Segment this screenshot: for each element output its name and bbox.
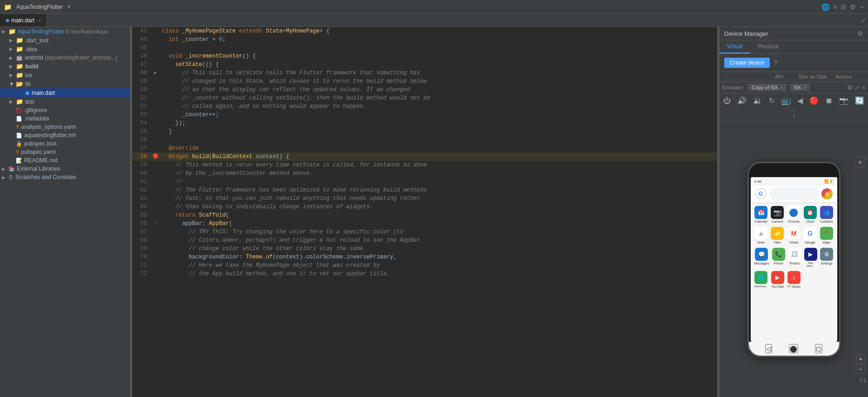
app-gmail[interactable]: M Gmail: [787, 227, 801, 244]
folder-icon-lib: 📂: [16, 80, 23, 87]
phone-nav-recents[interactable]: ◻: [815, 344, 822, 353]
android-icon: 🤖: [16, 54, 23, 61]
sidebar-item-iml[interactable]: 📄 aquatestingflutter.iml: [0, 131, 130, 139]
tv-btn[interactable]: 📺: [780, 95, 793, 106]
app-webview[interactable]: 🌐 WebView...: [754, 271, 768, 288]
md-icon: 📝: [16, 158, 22, 164]
sidebar-item-metadata[interactable]: 📄 .metadata: [0, 114, 130, 123]
app-messages[interactable]: 💬 Messages: [754, 248, 769, 267]
device-manager-settings-icon[interactable]: ⚙: [857, 30, 863, 37]
list-icon[interactable]: ≡: [833, 3, 837, 11]
code-line-58: 58 🔴 Widget build(BuildContext context) …: [132, 152, 717, 161]
app-camera[interactable]: 📷 Camera: [771, 206, 784, 223]
app-phone[interactable]: 📞 Phone: [772, 248, 785, 267]
phone-nav-home[interactable]: ⬤: [789, 344, 798, 353]
code-line-66: 66 └ appBar: AppBar(: [132, 219, 717, 228]
folder-icon-ios: 📁: [16, 72, 23, 79]
app-google[interactable]: G Google: [803, 227, 817, 244]
app-youtube[interactable]: ▶ YouTube: [771, 271, 784, 288]
sidebar-item-ios[interactable]: ▶ 📁 ios: [0, 71, 130, 79]
app-contacts[interactable]: 👥 Contacts: [820, 206, 833, 223]
sidebar-item-idea[interactable]: ▶ 📁 .idea: [0, 45, 130, 53]
sidebar-item-lib[interactable]: ▼ 📂 lib: [0, 79, 130, 88]
code-line-44: 44 int _counter = 0;: [132, 35, 717, 44]
help-button[interactable]: ?: [774, 59, 777, 66]
app-play-movies[interactable]: ▶ Play Movi...: [804, 248, 817, 267]
screenshot-btn[interactable]: 📷: [837, 95, 850, 106]
add-device-btn[interactable]: +: [855, 157, 865, 167]
app-maps[interactable]: 📍 Maps: [820, 227, 833, 244]
code-line-56: 56: [132, 136, 717, 144]
phone-screen[interactable]: 4:46 📶🔋 G ⊞ 📅 Calendar: [751, 177, 837, 342]
emulator-tab-copy-close-icon[interactable]: ×: [780, 85, 783, 90]
sidebar-item-gitignore[interactable]: 🚫 .gitignore: [0, 106, 130, 114]
code-line-43: 43 class _MyHomePageState extends State<…: [132, 27, 717, 35]
code-line-72: 72 // the App.build method, and use it t…: [132, 270, 717, 278]
code-line-68: 68 // Colors.amber, perhaps?) and trigge…: [132, 236, 717, 245]
power-btn[interactable]: ⏻: [721, 96, 733, 106]
sidebar-item-main-dart[interactable]: ◆ main.dart: [0, 88, 130, 97]
zoom-in-btn[interactable]: +: [856, 354, 865, 364]
back-phone-btn[interactable]: ◀: [795, 95, 805, 106]
record-btn[interactable]: 🔴: [807, 95, 821, 106]
tab-close-icon[interactable]: ×: [38, 18, 41, 23]
create-device-button[interactable]: Create device: [724, 58, 770, 68]
emulator-tab-nx-close-icon[interactable]: ×: [803, 85, 806, 90]
sidebar-item-pubspec-lock[interactable]: 🔒 pubspec.lock: [0, 139, 130, 148]
sidebar-item-test[interactable]: ▶ 📁 test: [0, 97, 130, 106]
code-editor[interactable]: 43 class _MyHomePageState extends State<…: [132, 27, 717, 397]
ext-libs-icon: 📚: [8, 166, 15, 172]
emulator-close-btn[interactable]: ×: [861, 84, 865, 91]
dm-tab-virtual[interactable]: Virtual: [720, 40, 750, 53]
sidebar-item-android[interactable]: ▶ 🤖 android [aquatestingflutter_android.…: [0, 53, 130, 62]
tab-bar: ◆ main.dart × ✓: [0, 14, 868, 27]
app-clock[interactable]: ⏰ Clock: [803, 206, 817, 223]
col-header-api: API: [775, 74, 798, 79]
dm-tab-physical[interactable]: Physical: [750, 40, 786, 53]
phone-nav-back[interactable]: ◁: [765, 344, 772, 353]
project-dropdown-arrow[interactable]: ▼: [67, 4, 71, 9]
app-calendar[interactable]: 📅 Calendar: [754, 206, 768, 223]
phone-nav-bar: ◁ ⬤ ◻: [749, 342, 839, 356]
globe-icon[interactable]: 🌐: [821, 3, 829, 11]
iml-label: aquatestingflutter.iml: [24, 132, 75, 139]
zoom-out-btn[interactable]: −: [856, 364, 865, 374]
emulator-resize-btn[interactable]: ⤢: [855, 84, 860, 91]
emulator-tab-nx[interactable]: NX ×: [790, 84, 810, 91]
more-btn[interactable]: ⋮: [788, 109, 800, 119]
code-line-64: 64 // than having to individually change…: [132, 203, 717, 211]
app-grid-row3: 💬 Messages 📞 Phone 🖼 Photos ▶: [751, 248, 837, 271]
sidebar-item-dart-tool[interactable]: ▶ 📁 .dart_tool: [0, 36, 130, 45]
filter-icon[interactable]: ⊟: [841, 3, 846, 11]
phone-controls-toolbar: ⏻ 🔊 🔉 ↻ 📺 ◀ 🔴 ⏹ 📷 🔄 ⋮: [720, 93, 868, 122]
app-photos[interactable]: 🖼 Photos: [788, 248, 801, 267]
sidebar-project-header[interactable]: ▶ 📁 AquaTestingFlutter E:/dev/flutter/Aq…: [0, 27, 130, 36]
app-chrome[interactable]: 🔵 Chrome: [787, 206, 801, 223]
vol-down-btn[interactable]: 🔉: [751, 95, 764, 106]
sidebar-item-analysis[interactable]: Y analysis_options.yaml: [0, 123, 130, 131]
emulator-tab-copy-of-nx[interactable]: Copy of NX ×: [748, 84, 787, 91]
rotate-btn[interactable]: ↻: [767, 95, 777, 106]
vol-up-btn[interactable]: 🔊: [735, 95, 748, 106]
sidebar-item-scratches[interactable]: ▶ 🗒 Scratches and Consoles: [0, 173, 130, 181]
sidebar-item-pubspec-yaml[interactable]: Y pubspec.yaml: [0, 148, 130, 156]
sidebar-item-external-libs[interactable]: ▶ 📚 External Libraries: [0, 165, 130, 173]
app-files[interactable]: 📁 Files: [771, 227, 784, 244]
refresh-btn[interactable]: 🔄: [853, 95, 866, 106]
minimize-icon[interactable]: ─: [860, 3, 864, 11]
app-drive[interactable]: ▲ Drive: [754, 227, 768, 244]
app-yt-music[interactable]: ♪ YT Music: [787, 271, 801, 288]
emulator-settings-btn[interactable]: ⚙: [847, 84, 853, 91]
code-line-60: 60 // by the _incrementCounter method ab…: [132, 169, 717, 178]
sidebar-item-build[interactable]: ▶ 📁 build: [0, 62, 130, 71]
readme-label: README.md: [24, 157, 57, 164]
sidebar-item-readme[interactable]: 📝 README.md: [0, 156, 130, 165]
phone-status-bar: 4:46 📶🔋: [751, 177, 837, 185]
settings-icon[interactable]: ⚙: [850, 3, 856, 11]
lib-label: lib: [25, 81, 31, 87]
stop-btn[interactable]: ⏹: [823, 96, 834, 106]
tab-main-dart[interactable]: ◆ main.dart ×: [0, 14, 47, 26]
app-settings[interactable]: ⚙ Settings: [820, 248, 834, 267]
pubspec-yaml-label: pubspec.yaml: [21, 149, 55, 155]
test-label: test: [25, 99, 34, 105]
